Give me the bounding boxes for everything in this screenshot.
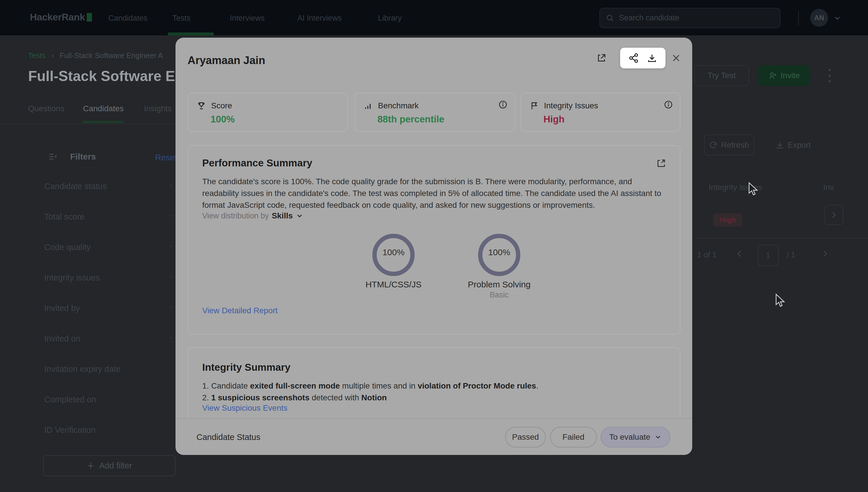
candidate-search[interactable]: [599, 8, 781, 28]
filter-id-verification[interactable]: ID Verification: [44, 425, 175, 435]
filter-invited-by[interactable]: Invited by: [44, 303, 175, 313]
try-test-button[interactable]: Try Test: [694, 65, 749, 86]
nav-item-candidates[interactable]: Candidates: [108, 14, 148, 23]
active-nav-indicator: [168, 32, 214, 35]
candidate-status-label: Candidate Status: [197, 433, 260, 442]
pagination-range: 1 of 1: [697, 251, 717, 260]
candidate-report-modal: Aryamaan Jain Score 100% Benchmark: [176, 38, 692, 455]
modal-footer: Candidate Status Passed Failed To evalua…: [176, 418, 692, 455]
avatar[interactable]: AN: [810, 9, 828, 27]
integrity-item-1: 1. Candidate exited full-screen mode mul…: [202, 380, 538, 392]
tab-insights[interactable]: Insights: [144, 104, 172, 113]
chevron-down-icon: ⌄: [169, 273, 173, 278]
open-in-new-tab-icon[interactable]: [592, 49, 610, 67]
hackerrank-logo[interactable]: HackerRank: [30, 11, 92, 23]
passed-button[interactable]: Passed: [505, 427, 546, 447]
performance-summary-section: Performance Summary The candidate's scor…: [187, 145, 681, 335]
donut-label: Problem Solving: [453, 280, 545, 289]
share-icon[interactable]: [629, 53, 639, 63]
avatar-chevron-down-icon[interactable]: [833, 14, 842, 22]
pagination-page-input[interactable]: 1: [758, 245, 779, 266]
chevron-down-icon: ⌄: [169, 212, 173, 218]
mouse-cursor: [747, 181, 761, 197]
breadcrumb-separator-icon: ›: [51, 51, 54, 60]
refresh-icon: [709, 141, 717, 149]
score-card: Score 100%: [187, 93, 348, 132]
chevron-down-icon[interactable]: [296, 212, 304, 220]
bar-chart-icon: [364, 101, 373, 110]
filter-invited-on[interactable]: Invited on: [44, 334, 175, 343]
column-header-invited-partial[interactable]: Inv: [823, 183, 834, 192]
filter-integrity-issues[interactable]: Integrity issues: [44, 273, 175, 282]
flag-icon: [530, 101, 539, 110]
skill-donut-html-css-js: 100% HTML/CSS/JS: [348, 232, 439, 289]
share-download-highlight-pill: [620, 48, 665, 68]
page-title: Full-Stack Software Eng: [28, 68, 176, 84]
add-filter-label: Add filter: [99, 461, 132, 470]
integrity-high-badge: High: [713, 213, 742, 227]
info-icon[interactable]: [664, 100, 673, 109]
donut-percent: 100%: [476, 247, 522, 257]
info-icon[interactable]: [498, 100, 508, 109]
reset-filters-link[interactable]: Reset: [155, 153, 177, 163]
filter-completed-on[interactable]: Completed on: [44, 395, 175, 404]
expand-icon[interactable]: [656, 158, 666, 168]
chevron-down-icon: ⌄: [169, 181, 173, 187]
failed-button[interactable]: Failed: [550, 427, 597, 447]
chevron-down-icon: [654, 434, 662, 441]
donut-percent: 100%: [371, 247, 416, 257]
integrity-card-label: Integrity Issues: [544, 101, 598, 110]
filter-invitation-expiry[interactable]: Invitation expiry date: [44, 364, 175, 374]
nav-item-library[interactable]: Library: [378, 14, 402, 23]
filter-candidate-status[interactable]: Candidate status: [44, 181, 175, 191]
pagination-prev-icon[interactable]: [735, 249, 744, 259]
filter-code-quality[interactable]: Code quality: [44, 243, 175, 252]
export-label: Export: [788, 141, 811, 150]
download-report-icon[interactable]: [647, 53, 657, 63]
nav-item-tests[interactable]: Tests: [172, 14, 190, 23]
nav-item-ai-interviews[interactable]: AI Interviews: [297, 14, 342, 23]
integrity-summary-heading: Integrity Summary: [202, 362, 290, 373]
export-button[interactable]: Export: [775, 134, 811, 155]
donut-sublabel: Basic: [453, 291, 545, 299]
invite-label: Invite: [781, 71, 800, 80]
pagination-total: / 1: [787, 251, 795, 260]
pagination-next-icon[interactable]: [820, 249, 830, 259]
close-icon[interactable]: [667, 49, 685, 67]
filters-title: Filters: [70, 152, 96, 162]
search-icon: [606, 14, 614, 22]
tab-questions[interactable]: Questions: [28, 104, 64, 113]
benchmark-card-label: Benchmark: [378, 101, 419, 110]
tabs-divider: [0, 124, 176, 124]
refresh-label: Refresh: [721, 141, 749, 150]
tab-candidates[interactable]: Candidates: [83, 104, 124, 113]
view-distribution-label: View distribution by: [202, 212, 269, 220]
collapse-filters-icon[interactable]: [48, 152, 58, 162]
more-options-kebab-icon[interactable]: [828, 69, 831, 82]
add-filter-button[interactable]: Add filter: [43, 455, 176, 476]
view-suspicious-events-link[interactable]: View Suspicious Events: [202, 403, 287, 413]
score-value: 100%: [210, 114, 235, 125]
invite-button[interactable]: Invite: [758, 65, 810, 86]
invite-user-icon: [769, 71, 777, 80]
breadcrumb-tests-link[interactable]: Tests: [28, 51, 46, 60]
download-icon: [775, 141, 784, 149]
benchmark-card: Benchmark 88th percentile: [354, 93, 515, 132]
row-expand-chevron-button[interactable]: [824, 205, 843, 225]
donut-label: HTML/CSS/JS: [348, 280, 439, 289]
candidate-name: Aryamaan Jain: [187, 54, 265, 67]
performance-summary-text: The candidate's score is 100%. The code …: [202, 176, 667, 211]
nav-divider: [798, 11, 799, 25]
chevron-down-icon: ⌄: [169, 303, 173, 309]
to-evaluate-button[interactable]: To evaluate: [601, 427, 670, 447]
refresh-button[interactable]: Refresh: [704, 134, 754, 155]
nav-item-interviews[interactable]: Interviews: [230, 14, 265, 23]
to-evaluate-label: To evaluate: [609, 433, 650, 442]
filter-total-score[interactable]: Total score: [44, 212, 175, 222]
breadcrumb: Tests › Full-Stack Software Engineer A: [28, 51, 172, 60]
score-card-label: Score: [211, 101, 232, 110]
integrity-value: High: [543, 114, 564, 125]
search-input[interactable]: [619, 14, 774, 22]
view-detailed-report-link[interactable]: View Detailed Report: [202, 306, 278, 315]
view-distribution-value[interactable]: Skills: [272, 211, 293, 220]
